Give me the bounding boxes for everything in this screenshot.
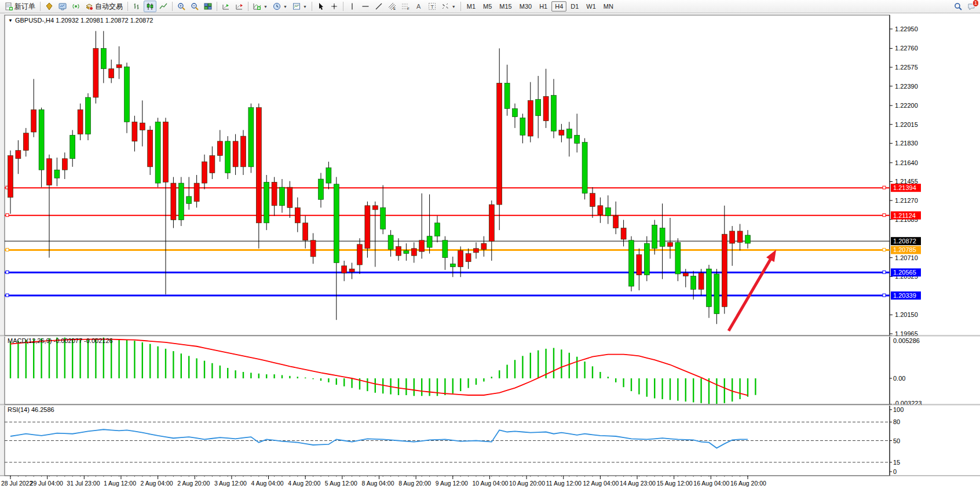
timeframe-m15-button[interactable]: M15 [496, 1, 515, 12]
macd-tick-label: 0.00 [893, 375, 905, 382]
periods-button[interactable]: ▼ [270, 1, 290, 12]
time-tick-label: 28 Jul 2022 [1, 480, 32, 487]
candle-body [381, 207, 386, 229]
level-handle[interactable] [883, 214, 886, 217]
equidistant-channel-button[interactable]: E [386, 1, 398, 12]
candle-body [39, 110, 44, 170]
level-handle[interactable] [883, 248, 886, 251]
line-chart-mode-button[interactable] [157, 1, 170, 12]
trendline-button[interactable] [372, 1, 385, 12]
toolbar-separator [343, 2, 343, 11]
candle-body [163, 122, 169, 182]
candle-body [675, 242, 681, 274]
linechart-icon [159, 2, 167, 10]
timeframe-m1-button[interactable]: M1 [463, 1, 479, 12]
crosshair-button[interactable] [328, 1, 341, 12]
candle-body [101, 48, 106, 68]
candle-body [194, 183, 199, 202]
level-handle[interactable] [883, 294, 886, 297]
chart-canvas[interactable]: 1.229501.227601.225751.223901.222001.220… [0, 13, 980, 489]
candle-body [575, 135, 580, 143]
candlestick-mode-button[interactable] [144, 1, 156, 12]
timeframe-m5-button[interactable]: M5 [480, 1, 495, 12]
level-handle[interactable] [6, 294, 9, 297]
price-tick-label: 1.21270 [895, 197, 918, 204]
template-icon [292, 2, 301, 10]
new-order-button-label: 新订单 [14, 2, 35, 12]
text-button[interactable]: A [412, 1, 425, 12]
clock-icon [273, 2, 281, 10]
notification-badge: 1 [972, 0, 979, 7]
macd-tick-label: 0.005286 [893, 337, 920, 344]
indicators-button[interactable]: ▼ [251, 1, 270, 12]
vline-icon [348, 2, 356, 10]
search-button[interactable] [952, 1, 964, 12]
chart-list-button[interactable] [56, 1, 69, 12]
bar-chart-mode-button[interactable] [130, 1, 143, 12]
rsi-indicator-label: RSI(14) 46.2586 [8, 406, 54, 413]
candle-body [334, 184, 339, 263]
symbol-title[interactable]: ▼GBPUSD-,H4 1.20932 1.20981 1.20872 1.20… [8, 17, 153, 24]
time-tick-label: 8 Aug 20:00 [398, 480, 431, 487]
timeframe-m30-button[interactable]: M30 [516, 1, 535, 12]
chart-shift-button[interactable] [233, 1, 246, 12]
time-tick-label: 29 Jul 04:00 [30, 480, 63, 487]
level-handle[interactable] [883, 271, 886, 273]
level-handle[interactable] [6, 214, 9, 217]
auto-trading-button[interactable]: 自动交易 [83, 1, 125, 12]
timeframe-mn-button[interactable]: MN [600, 1, 617, 12]
arrows-button[interactable]: ▼ [439, 1, 458, 12]
text-label-button[interactable]: T [426, 1, 438, 12]
templates-button[interactable]: ▼ [290, 1, 309, 12]
candle-body [435, 223, 440, 236]
rsi-tick-label: 50 [893, 437, 900, 444]
candle-body [419, 240, 425, 251]
candle-body [613, 216, 619, 228]
zoom-in-button[interactable] [175, 1, 188, 12]
arrows-icon [441, 2, 449, 10]
candle-body [319, 179, 324, 199]
level-handle[interactable] [883, 186, 886, 189]
cursor-button[interactable] [315, 1, 327, 12]
level-handle[interactable] [6, 271, 9, 273]
candle-body [47, 159, 52, 185]
fibonacci-button[interactable]: F [399, 1, 412, 12]
chartshift-icon [235, 2, 243, 10]
level-handle[interactable] [6, 248, 9, 251]
signals-button[interactable] [70, 1, 82, 12]
time-tick-label: 11 Aug 12:00 [546, 480, 582, 487]
candle-body [342, 266, 347, 273]
horizontal-line-button[interactable] [359, 1, 372, 12]
candle-body [683, 273, 688, 276]
timeframe-h4-button[interactable]: H4 [551, 1, 566, 12]
timeframe-w1-button[interactable]: W1 [583, 1, 599, 12]
hline-icon [361, 2, 370, 10]
tile-windows-button[interactable] [202, 1, 214, 12]
candle-body [357, 244, 363, 265]
macd-indicator-label: MACD(12,26,9) -0.002077 -0.002126 [8, 337, 113, 344]
trendline-icon [375, 2, 383, 10]
candle-body [745, 235, 751, 243]
price-pane[interactable] [5, 15, 890, 335]
svg-text:T: T [430, 4, 434, 10]
price-tick-label: 1.22015 [895, 121, 918, 128]
candle-body [210, 156, 215, 173]
candle-body [140, 123, 145, 130]
timeframe-d1-button[interactable]: D1 [567, 1, 582, 12]
candle-body [668, 242, 673, 246]
market-watch-button[interactable] [43, 1, 56, 12]
zoom-out-button[interactable] [188, 1, 201, 12]
candle-body [16, 151, 21, 159]
timeframe-h1-button[interactable]: H1 [536, 1, 551, 12]
mt4-window: 新订单自动交易▼▼▼EFAT▼M1M5M15M30H1H4D1W1MN1 ▼GB… [0, 0, 980, 489]
candle-body [691, 276, 696, 289]
candle-body [70, 135, 75, 159]
new-order-button[interactable]: 新订单 [2, 1, 38, 12]
notifications-button[interactable]: 1 [965, 1, 978, 12]
auto-scroll-button[interactable] [220, 1, 232, 12]
candle-body [559, 130, 564, 135]
vertical-line-button[interactable] [346, 1, 359, 12]
candle-body [528, 100, 533, 136]
candle-body [605, 207, 610, 216]
candle-body [443, 240, 448, 258]
